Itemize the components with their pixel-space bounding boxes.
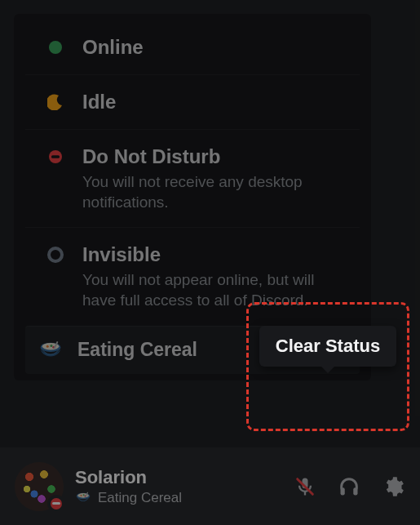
bowl-cereal-icon [38,338,63,363]
status-label: Idle [82,90,338,114]
svg-point-3 [49,248,62,261]
mute-mic-button[interactable] [293,474,317,499]
status-option-online[interactable]: Online [25,20,360,74]
gear-icon [382,475,405,498]
status-label: Do Not Disturb [82,145,338,169]
svg-point-12 [81,494,82,496]
online-icon [46,38,64,56]
invisible-icon [46,246,64,264]
user-panel: Solarion Eating Cereal [0,447,420,525]
username: Solarion [75,467,281,488]
svg-point-13 [83,494,85,496]
status-label: Online [82,35,338,60]
svg-point-6 [46,345,49,348]
user-status-text: Eating Cereal [98,490,182,506]
headphones-icon [338,475,360,498]
deafen-button[interactable] [337,474,361,499]
svg-rect-2 [51,155,60,158]
close-icon [328,342,341,358]
settings-button[interactable] [381,474,405,499]
svg-rect-18 [341,487,345,495]
svg-point-0 [49,41,62,54]
status-desc: You will not receive any desktop notific… [82,172,338,212]
custom-status-text: Eating Cereal [77,339,307,361]
custom-status-row[interactable]: Eating Cereal [25,326,360,374]
mic-muted-icon [294,475,316,498]
status-menu: Online Idle Do Not Disturb You will not … [14,14,371,380]
dnd-icon [46,148,64,166]
idle-icon [46,93,64,111]
bowl-cereal-icon [75,490,91,506]
svg-rect-19 [353,487,357,495]
clear-status-button[interactable] [322,338,347,363]
svg-rect-16 [304,491,306,495]
status-option-idle[interactable]: Idle [25,74,360,129]
presence-dnd-icon [47,495,65,513]
status-option-invisible[interactable]: Invisible You will not appear online, bu… [25,227,360,325]
status-option-dnd[interactable]: Do Not Disturb You will not receive any … [25,129,360,227]
svg-point-7 [50,345,52,347]
user-status-line: Eating Cereal [75,490,281,506]
status-label: Invisible [82,242,338,267]
status-desc: You will not appear online, but will hav… [82,270,338,310]
user-avatar[interactable] [15,462,64,511]
